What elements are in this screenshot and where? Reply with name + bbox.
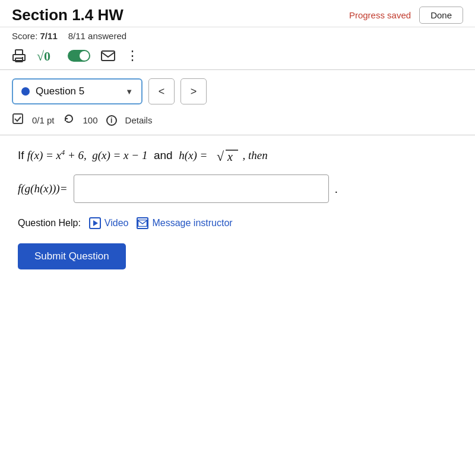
divider-1: [0, 69, 475, 70]
question-dropdown[interactable]: Question 5 ▼: [12, 78, 142, 104]
message-instructor-button[interactable]: Message instructor: [137, 217, 232, 229]
page-title: Section 1.4 HW: [12, 6, 124, 24]
details-link[interactable]: Details: [125, 115, 153, 125]
period: .: [335, 179, 338, 199]
svg-rect-6: [13, 114, 23, 123]
done-button[interactable]: Done: [419, 7, 463, 24]
score-label: Score: 7/11: [12, 31, 58, 41]
prev-question-button[interactable]: <: [148, 78, 175, 104]
svg-rect-5: [102, 51, 115, 61]
sqrt-x-symbol: √ x: [217, 148, 239, 164]
help-label: Question Help:: [18, 218, 81, 229]
video-help-button[interactable]: Video: [89, 217, 129, 229]
header: Section 1.4 HW Progress saved Done: [0, 0, 475, 27]
svg-text:√: √: [217, 149, 224, 164]
answered-label: 8/11 answered: [68, 31, 126, 41]
answer-input[interactable]: [74, 174, 329, 203]
retry-icon[interactable]: [63, 113, 75, 128]
envelope-icon: [137, 217, 148, 229]
retry-count: 100: [83, 115, 98, 125]
more-options-icon[interactable]: ⋮: [126, 48, 140, 64]
toggle-knob: [80, 51, 89, 61]
sqrt-icon: √0: [37, 49, 57, 63]
next-question-button[interactable]: >: [180, 78, 207, 104]
play-icon: [89, 217, 101, 229]
question-selector-row: Question 5 ▼ < >: [0, 78, 475, 113]
help-row: Question Help: Video Message instructor: [0, 217, 475, 229]
question-status-dot: [21, 87, 30, 96]
points-label: 0/1 pt: [32, 115, 55, 125]
answer-row: f(g(h(x)))= .: [18, 174, 457, 203]
toggle-switch[interactable]: [68, 50, 90, 62]
answer-prefix: f(g(h(x)))=: [18, 179, 68, 198]
svg-text:√0: √0: [37, 49, 50, 63]
svg-text:x: x: [227, 150, 233, 163]
problem-statement: If f(x) = x4 + 6, g(x) = x − 1 and h(x) …: [18, 146, 457, 165]
score-row: Score: 7/11 8/11 answered: [0, 27, 475, 43]
svg-rect-0: [15, 50, 23, 55]
submit-question-button[interactable]: Submit Question: [18, 243, 126, 269]
message-label: Message instructor: [152, 218, 232, 229]
play-triangle: [93, 220, 98, 226]
header-right: Progress saved Done: [349, 7, 463, 24]
info-icon[interactable]: i: [106, 115, 117, 126]
chevron-down-icon: ▼: [125, 87, 133, 96]
points-row: 0/1 pt 100 i Details: [0, 113, 475, 135]
mail-icon[interactable]: [101, 50, 115, 62]
toolbar-row: √0 ⋮: [0, 43, 475, 69]
question-label: Question 5: [36, 85, 119, 97]
print-icon[interactable]: [12, 49, 26, 63]
svg-point-3: [22, 57, 23, 58]
divider-2: [0, 135, 475, 135]
progress-saved-label: Progress saved: [349, 10, 411, 20]
svg-rect-10: [138, 220, 147, 227]
check-icon: [12, 113, 24, 128]
video-label: Video: [104, 218, 129, 229]
math-content: If f(x) = x4 + 6, g(x) = x − 1 and h(x) …: [0, 146, 475, 203]
